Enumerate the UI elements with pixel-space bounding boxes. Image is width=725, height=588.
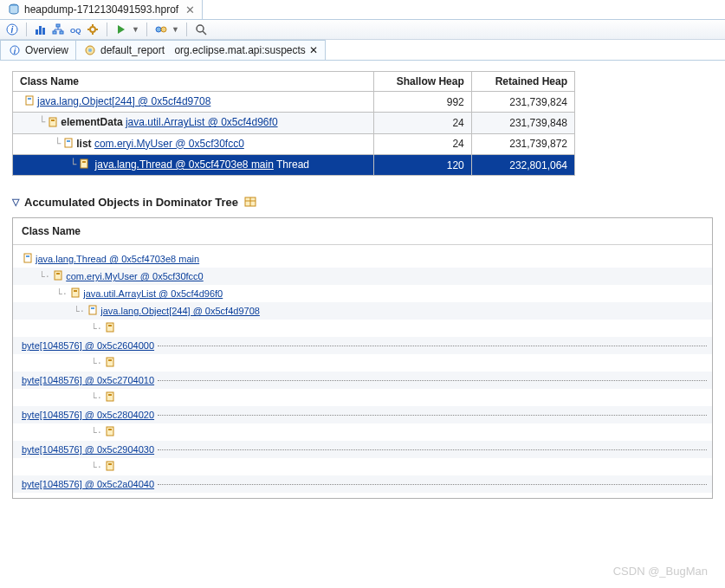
report-tab-right: org.eclipse.mat.api:suspects xyxy=(174,44,305,56)
svg-rect-36 xyxy=(55,271,61,280)
svg-point-22 xyxy=(88,48,92,52)
object-link[interactable]: byte[1048576] @ 0x5c2904030 xyxy=(22,444,154,455)
svg-rect-37 xyxy=(56,273,60,275)
oql-icon[interactable]: OQL xyxy=(68,23,82,36)
object-link[interactable]: byte[1048576] @ 0x5c2704010 xyxy=(22,375,154,385)
object-link[interactable]: com.eryi.MyUser @ 0x5cf30fcc0 xyxy=(66,271,204,281)
tree-row[interactable]: └·java.util.ArrayList @ 0x5cf4d96f0 xyxy=(13,285,712,302)
title-tab-bar: heapdump-1712130491593.hprof ✕ xyxy=(0,0,725,20)
compare-icon[interactable] xyxy=(154,23,168,36)
dropdown-arrow-icon[interactable]: ▼ xyxy=(172,25,179,34)
svg-line-18 xyxy=(203,31,206,35)
svg-rect-44 xyxy=(107,358,113,366)
histogram-icon[interactable] xyxy=(34,23,48,36)
subtab-bar: i Overview default_report org.eclipse.ma… xyxy=(0,40,725,61)
svg-text:OQL: OQL xyxy=(70,27,81,35)
svg-rect-27 xyxy=(65,139,72,147)
svg-rect-6 xyxy=(56,24,60,27)
file-tab-label: heapdump-1712130491593.hprof xyxy=(24,3,178,16)
svg-rect-42 xyxy=(107,323,113,332)
search-icon[interactable] xyxy=(194,23,208,36)
dominator-panel: Class Name java.lang.Thread @ 0x5cf4703e… xyxy=(12,217,713,499)
svg-rect-39 xyxy=(74,290,77,292)
svg-rect-24 xyxy=(28,98,31,100)
svg-rect-26 xyxy=(51,120,55,121)
svg-rect-3 xyxy=(36,29,38,35)
table-header-row: Class Name Shallow Heap Retained Heap xyxy=(13,72,575,92)
svg-rect-25 xyxy=(49,118,56,126)
overview-tab-label: Overview xyxy=(25,44,68,56)
object-link[interactable]: java.lang.Object[244] @ 0x5cf4d9708 xyxy=(100,306,260,316)
file-tab[interactable]: heapdump-1712130491593.hprof ✕ xyxy=(0,0,203,19)
section-title-text: Accumulated Objects in Dominator Tree xyxy=(24,196,238,209)
svg-rect-49 xyxy=(108,429,112,430)
tree-row[interactable]: └· xyxy=(13,458,712,475)
table-row[interactable]: └elementData java.util.ArrayList @ 0x5cf… xyxy=(13,113,575,133)
object-link[interactable]: com.eryi.MyUser @ 0x5cf30fcc0 xyxy=(94,138,244,150)
dropdown-arrow-icon[interactable]: ▼ xyxy=(132,25,139,34)
close-tab-icon[interactable]: ✕ xyxy=(309,44,318,56)
svg-rect-51 xyxy=(108,463,112,465)
gear-icon[interactable] xyxy=(86,23,100,36)
svg-point-15 xyxy=(156,27,161,32)
svg-point-17 xyxy=(197,25,204,32)
tree-row[interactable]: byte[1048576] @ 0x5c2604000 xyxy=(13,337,712,354)
svg-rect-35 xyxy=(26,255,29,257)
svg-rect-4 xyxy=(39,26,42,35)
table-row[interactable]: java.lang.Object[244] @ 0x5cf4d970899223… xyxy=(13,92,575,113)
tree-row[interactable]: └· xyxy=(13,389,712,406)
tree-row[interactable]: byte[1048576] @ 0x5c2704010 xyxy=(13,372,712,389)
table-row[interactable]: └list com.eryi.MyUser @ 0x5cf30fcc024231… xyxy=(13,133,575,154)
svg-rect-48 xyxy=(107,427,113,436)
svg-rect-8 xyxy=(60,31,63,34)
svg-rect-5 xyxy=(42,28,45,35)
svg-rect-7 xyxy=(53,31,56,34)
info-icon[interactable]: i xyxy=(5,23,19,36)
object-link[interactable]: java.lang.Object[244] @ 0x5cf4d9708 xyxy=(37,95,210,107)
svg-point-16 xyxy=(161,27,166,32)
report-tab-left: default_report xyxy=(100,44,165,56)
tree-icon[interactable] xyxy=(51,23,65,36)
svg-rect-28 xyxy=(67,140,70,142)
info-icon: i xyxy=(8,43,22,57)
object-link[interactable]: java.util.ArrayList @ 0x5cf4d96f0 xyxy=(126,116,278,128)
svg-rect-46 xyxy=(107,392,113,401)
tree-row[interactable]: byte[1048576] @ 0x5c2a04040 xyxy=(13,475,712,493)
report-icon xyxy=(83,43,97,57)
table-row[interactable]: └ java.lang.Thread @ 0x5cf4703e8 main Th… xyxy=(13,154,575,175)
tree-row[interactable]: └·java.lang.Object[244] @ 0x5cf4d9708 xyxy=(13,302,712,320)
object-link[interactable]: java.lang.Thread @ 0x5cf4703e8 main xyxy=(36,254,199,264)
tree-row[interactable]: byte[1048576] @ 0x5c2904030 xyxy=(13,441,712,458)
svg-rect-50 xyxy=(107,462,113,470)
col-class-name: Class Name xyxy=(13,72,374,92)
object-link[interactable]: java.lang.Thread @ 0x5cf4703e8 main xyxy=(95,158,274,171)
object-link[interactable]: byte[1048576] @ 0x5c2604000 xyxy=(22,340,154,351)
object-link[interactable]: byte[1048576] @ 0x5c2a04040 xyxy=(22,479,154,489)
section-dominator-title[interactable]: ▽ Accumulated Objects in Dominator Tree xyxy=(12,195,713,209)
svg-rect-45 xyxy=(108,359,112,361)
object-link[interactable]: java.util.ArrayList @ 0x5cf4d96f0 xyxy=(83,288,223,299)
run-icon[interactable] xyxy=(114,23,128,36)
expand-triangle-icon[interactable]: ▽ xyxy=(12,197,19,208)
tree-row[interactable]: └· xyxy=(13,354,712,372)
object-link[interactable]: byte[1048576] @ 0x5c2804020 xyxy=(22,410,154,420)
database-icon xyxy=(7,3,21,16)
tree-row[interactable]: └· xyxy=(13,320,712,337)
close-tab-icon[interactable]: ✕ xyxy=(185,3,195,16)
svg-text:i: i xyxy=(11,25,14,35)
heap-table: Class Name Shallow Heap Retained Heap ja… xyxy=(12,71,575,176)
col-retained-heap: Retained Heap xyxy=(471,72,574,92)
table-icon xyxy=(243,195,257,209)
svg-rect-29 xyxy=(81,159,87,168)
svg-rect-41 xyxy=(91,307,94,309)
col-shallow-heap: Shallow Heap xyxy=(373,72,471,92)
svg-rect-47 xyxy=(108,394,112,396)
report-tab[interactable]: default_report org.eclipse.mat.api:suspe… xyxy=(75,40,326,60)
tree-row[interactable]: byte[1048576] @ 0x5c2804020 xyxy=(13,406,712,423)
svg-rect-43 xyxy=(108,325,112,326)
svg-rect-30 xyxy=(82,161,86,163)
tree-row[interactable]: └· xyxy=(13,423,712,441)
tree-row[interactable]: java.lang.Thread @ 0x5cf4703e8 main xyxy=(13,250,712,268)
tree-row[interactable]: └·com.eryi.MyUser @ 0x5cf30fcc0 xyxy=(13,268,712,285)
overview-tab[interactable]: i Overview xyxy=(0,40,76,60)
